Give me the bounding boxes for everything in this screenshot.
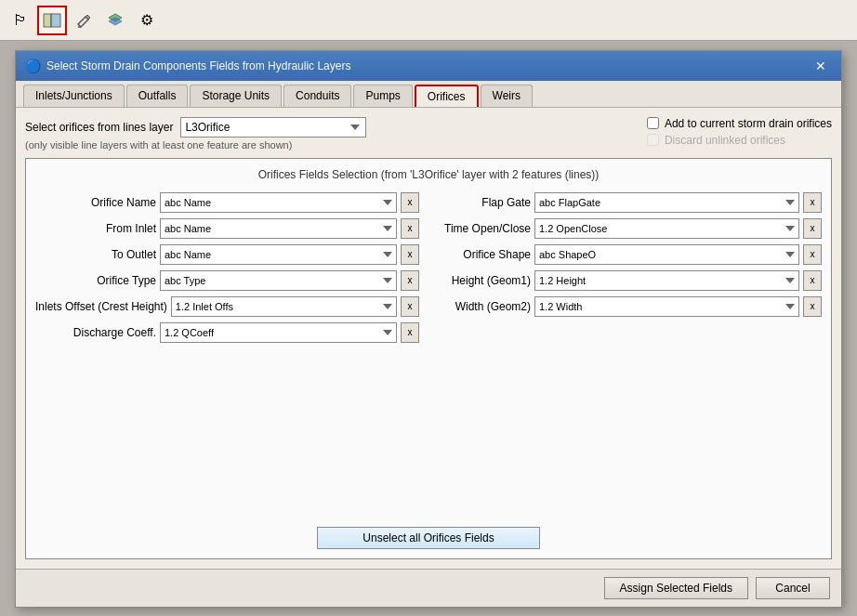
top-row: Select orifices from lines layer L3Orifi…: [25, 117, 832, 151]
layer-selector-area: Select orifices from lines layer L3Orifi…: [25, 117, 366, 151]
to-outlet-combo[interactable]: abc Name: [160, 244, 397, 265]
fields-panel: Orifices Fields Selection (from 'L3Orifi…: [25, 158, 832, 559]
layer-button[interactable]: [100, 6, 130, 35]
tab-orifices[interactable]: Orifices: [415, 85, 479, 107]
tabs-bar: Inlets/Junctions Outfalls Storage Units …: [16, 81, 841, 108]
tab-outfalls[interactable]: Outfalls: [126, 85, 189, 107]
left-fields-column: Orifice Name abc Name x From Inlet abc N…: [35, 192, 419, 516]
options-checkboxes: Add to current storm drain orifices Disc…: [647, 117, 832, 147]
inlets-offset-combo[interactable]: 1.2 Inlet Offs: [171, 296, 397, 317]
inlets-offset-label: Inlets Offset (Crest Height): [35, 300, 167, 313]
to-outlet-label: To Outlet: [35, 248, 156, 261]
hint-text: (only visible line layers with at least …: [25, 139, 366, 151]
discharge-coeff-label: Discharge Coeff.: [35, 326, 156, 339]
svg-rect-0: [44, 14, 51, 27]
height-geom1-label: Height (Geom1): [438, 274, 531, 287]
dialog-title: Select Storm Drain Components Fields fro…: [46, 59, 350, 72]
field-row-to-outlet: To Outlet abc Name x: [35, 244, 419, 265]
discard-checkbox-row: Discard unlinked orifices: [647, 134, 832, 147]
toolbar: 🏳 ⚙: [0, 0, 857, 41]
dialog-icon: 🔵: [25, 59, 41, 73]
add-checkbox[interactable]: [647, 117, 659, 129]
height-geom1-combo[interactable]: 1.2 Height: [534, 270, 799, 291]
inlets-offset-clear[interactable]: x: [401, 296, 419, 317]
layer-icon: [107, 12, 124, 29]
flag-button[interactable]: 🏳: [6, 6, 35, 35]
discharge-coeff-clear[interactable]: x: [401, 322, 419, 343]
flap-gate-label: Flap Gate: [438, 196, 531, 209]
map-button[interactable]: [37, 6, 67, 35]
from-inlet-combo[interactable]: abc Name: [160, 218, 397, 239]
from-inlet-clear[interactable]: x: [401, 218, 419, 239]
settings-button[interactable]: ⚙: [132, 6, 162, 35]
field-row-discharge-coeff: Discharge Coeff. 1.2 QCoeff x: [35, 322, 419, 343]
time-open-close-combo[interactable]: 1.2 OpenClose: [534, 218, 799, 239]
flap-gate-combo[interactable]: abc FlapGate: [534, 192, 799, 213]
time-open-close-clear[interactable]: x: [803, 218, 822, 239]
layer-combo[interactable]: L3Orifice: [180, 117, 366, 138]
tab-weirs[interactable]: Weirs: [481, 85, 533, 107]
dialog-body: Select orifices from lines layer L3Orifi…: [16, 108, 841, 569]
discard-checkbox[interactable]: [647, 134, 659, 146]
fields-grid: Orifice Name abc Name x From Inlet abc N…: [35, 192, 822, 516]
map-icon: [43, 11, 61, 30]
add-checkbox-row: Add to current storm drain orifices: [647, 117, 832, 130]
dialog-overlay: 🔵 Select Storm Drain Components Fields f…: [0, 41, 857, 616]
add-checkbox-label[interactable]: Add to current storm drain orifices: [665, 117, 832, 130]
from-inlet-label: From Inlet: [35, 222, 156, 235]
field-row-height-geom1: Height (Geom1) 1.2 Height x: [438, 270, 822, 291]
discharge-coeff-combo[interactable]: 1.2 QCoeff: [160, 322, 397, 343]
main-dialog: 🔵 Select Storm Drain Components Fields f…: [15, 50, 842, 608]
field-row-inlets-offset: Inlets Offset (Crest Height) 1.2 Inlet O…: [35, 296, 419, 317]
orifice-shape-combo[interactable]: abc ShapeO: [534, 244, 799, 265]
discard-checkbox-label: Discard unlinked orifices: [665, 134, 785, 147]
tab-inlets[interactable]: Inlets/Junctions: [23, 85, 125, 107]
orifice-name-clear[interactable]: x: [401, 192, 419, 213]
cancel-button[interactable]: Cancel: [756, 577, 830, 599]
orifice-name-combo[interactable]: abc Name: [160, 192, 397, 213]
to-outlet-clear[interactable]: x: [401, 244, 419, 265]
width-geom2-combo[interactable]: 1.2 Width: [534, 296, 799, 317]
orifice-shape-label: Orifice Shape: [438, 248, 531, 261]
field-row-orifice-shape: Orifice Shape abc ShapeO x: [438, 244, 822, 265]
dialog-titlebar: 🔵 Select Storm Drain Components Fields f…: [16, 51, 841, 81]
field-row-flap-gate: Flap Gate abc FlapGate x: [438, 192, 822, 213]
close-button[interactable]: ✕: [810, 57, 832, 75]
orifice-type-combo[interactable]: abc Type: [160, 270, 397, 291]
field-row-width-geom2: Width (Geom2) 1.2 Width x: [438, 296, 822, 317]
svg-rect-1: [51, 14, 60, 27]
height-geom1-clear[interactable]: x: [803, 270, 822, 291]
edit-icon: [75, 12, 92, 29]
orifice-shape-clear[interactable]: x: [803, 244, 822, 265]
assign-selected-button[interactable]: Assign Selected Fields: [604, 577, 748, 599]
dialog-footer: Assign Selected Fields Cancel: [16, 569, 841, 607]
time-open-close-label: Time Open/Close: [438, 222, 531, 235]
orifice-name-label: Orifice Name: [35, 196, 156, 209]
tab-pumps[interactable]: Pumps: [353, 85, 412, 107]
tab-storage[interactable]: Storage Units: [190, 85, 282, 107]
field-row-orifice-type: Orifice Type abc Type x: [35, 270, 419, 291]
field-row-orifice-name: Orifice Name abc Name x: [35, 192, 419, 213]
tab-conduits[interactable]: Conduits: [283, 85, 351, 107]
unselect-all-button[interactable]: Unselect all Orifices Fields: [317, 527, 540, 549]
orifice-type-label: Orifice Type: [35, 274, 156, 287]
flap-gate-clear[interactable]: x: [803, 192, 822, 213]
field-row-time-open-close: Time Open/Close 1.2 OpenClose x: [438, 218, 822, 239]
field-row-from-inlet: From Inlet abc Name x: [35, 218, 419, 239]
fields-title: Orifices Fields Selection (from 'L3Orifi…: [35, 168, 822, 181]
right-fields-column: Flap Gate abc FlapGate x Time Open/Close…: [438, 192, 822, 516]
edit-button[interactable]: [69, 6, 99, 35]
layer-select-label: Select orifices from lines layer: [25, 121, 173, 134]
orifice-type-clear[interactable]: x: [401, 270, 419, 291]
width-geom2-label: Width (Geom2): [438, 300, 531, 313]
width-geom2-clear[interactable]: x: [803, 296, 822, 317]
